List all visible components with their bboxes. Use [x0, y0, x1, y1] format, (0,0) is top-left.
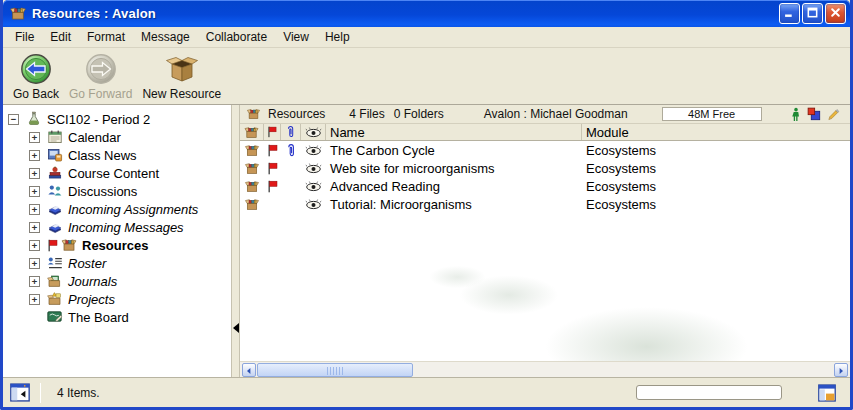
scroll-left-button[interactable]	[242, 363, 256, 377]
expand-toggle-icon[interactable]: +	[29, 204, 40, 215]
horizontal-scrollbar[interactable]	[240, 361, 850, 377]
row-name[interactable]: Advanced Reading	[326, 177, 582, 195]
tree-item-label: The Board	[68, 310, 129, 325]
column-resource-icon[interactable]	[240, 124, 264, 140]
row-attachment-cell	[281, 159, 301, 177]
tree-item-label: Incoming Assignments	[68, 202, 198, 217]
panel-toggle-icon[interactable]	[10, 383, 30, 402]
menu-item-message[interactable]: Message	[133, 28, 198, 46]
flag-icon	[267, 180, 278, 193]
table-row[interactable]: The Carbon CycleEcosystems	[240, 141, 850, 159]
collapse-toggle-icon[interactable]: −	[8, 114, 19, 125]
menu-item-file[interactable]: File	[7, 28, 42, 46]
tree-item-journals[interactable]: +Journals	[3, 272, 231, 290]
go-back-icon	[20, 53, 52, 85]
menu-item-view[interactable]: View	[275, 28, 317, 46]
pencil-icon[interactable]	[827, 108, 840, 121]
row-resource-cell	[240, 177, 264, 195]
row-visibility-cell[interactable]	[301, 141, 326, 159]
tree-item-course-content[interactable]: +Course Content	[3, 164, 231, 182]
minimize-button[interactable]	[779, 3, 800, 24]
resources-panel: Resources 4 Files 0 Folders Avalon : Mic…	[240, 105, 850, 377]
scroll-right-button[interactable]	[834, 363, 848, 377]
flag-icon	[267, 144, 278, 157]
tree-item-resources[interactable]: +Resources	[3, 236, 231, 254]
free-space-indicator: 48M Free	[662, 107, 762, 121]
tree-item-sci102-period-2[interactable]: −SCI102 - Period 2	[3, 110, 231, 128]
column-flag[interactable]	[264, 124, 281, 140]
eye-icon	[305, 181, 322, 192]
titlebar[interactable]: Resources : Avalon	[3, 0, 850, 27]
panel-splitter[interactable]	[231, 105, 240, 377]
course-content-icon	[47, 165, 63, 181]
menu-item-edit[interactable]: Edit	[42, 28, 79, 46]
table-row[interactable]: Advanced ReadingEcosystems	[240, 177, 850, 195]
row-name[interactable]: Tutorial: Microorganisms	[326, 195, 582, 213]
tree-item-incoming-assignments[interactable]: +Incoming Assignments	[3, 200, 231, 218]
resources-icon	[61, 237, 77, 253]
menu-item-help[interactable]: Help	[317, 28, 358, 46]
row-name[interactable]: Web site for microorganisms	[326, 159, 582, 177]
expand-toggle-icon[interactable]: +	[29, 168, 40, 179]
resource-box-icon	[246, 107, 261, 121]
go-back-label: Go Back	[13, 87, 59, 101]
tree-item-class-news[interactable]: +Class News	[3, 146, 231, 164]
scrollbar-thumb[interactable]	[257, 363, 413, 377]
journals-icon	[47, 273, 63, 289]
column-visibility[interactable]	[301, 124, 326, 140]
tree-item-projects[interactable]: +Projects	[3, 290, 231, 308]
row-flag-cell	[264, 177, 281, 195]
expand-toggle-icon[interactable]: +	[29, 276, 40, 287]
row-visibility-cell[interactable]	[301, 177, 326, 195]
layout-icon[interactable]	[818, 384, 836, 402]
row-name[interactable]: The Carbon Cycle	[326, 141, 582, 159]
row-flag-cell	[264, 195, 281, 213]
windows-icon[interactable]	[807, 107, 821, 121]
menu-item-collaborate[interactable]: Collaborate	[198, 28, 275, 46]
maximize-icon	[807, 6, 818, 21]
map-watermark	[380, 241, 810, 361]
tree-item-roster[interactable]: +Roster	[3, 254, 231, 272]
tree-item-the-board[interactable]: +The Board	[3, 308, 231, 326]
table-row[interactable]: Tutorial: MicroorganismsEcosystems	[240, 195, 850, 213]
news-icon	[47, 147, 63, 163]
new-resource-button[interactable]: New Resource	[137, 51, 226, 103]
column-module[interactable]: Module	[582, 124, 850, 140]
tree-item-calendar[interactable]: +Calendar	[3, 128, 231, 146]
go-forward-button[interactable]: Go Forward	[64, 51, 137, 103]
menu-item-format[interactable]: Format	[79, 28, 133, 46]
go-back-button[interactable]: Go Back	[8, 51, 64, 103]
flag-icon	[267, 162, 278, 175]
expand-toggle-icon[interactable]: +	[29, 132, 40, 143]
status-progress-field	[636, 385, 782, 400]
expand-toggle-icon[interactable]: +	[29, 258, 40, 269]
status-bar: 4 Items.	[3, 377, 850, 407]
row-visibility-cell[interactable]	[301, 159, 326, 177]
tree-item-label: Calendar	[68, 130, 121, 145]
expand-toggle-icon[interactable]: +	[29, 240, 40, 251]
minimize-icon	[784, 6, 795, 21]
collapse-splitter-arrow[interactable]	[233, 323, 239, 333]
toolbar: Go Back Go Forward New Resource	[3, 48, 850, 105]
eye-icon	[305, 127, 322, 138]
expand-toggle-icon[interactable]: +	[29, 294, 40, 305]
user-icon[interactable]	[791, 107, 801, 122]
flag-icon	[267, 126, 277, 138]
close-button[interactable]	[825, 3, 846, 24]
tree-item-incoming-messages[interactable]: +Incoming Messages	[3, 218, 231, 236]
table-row[interactable]: Web site for microorganismsEcosystems	[240, 159, 850, 177]
expand-toggle-icon[interactable]: +	[29, 150, 40, 161]
column-name[interactable]: Name	[326, 124, 582, 140]
row-module: Ecosystems	[582, 195, 850, 213]
tree-item-label: Projects	[68, 292, 115, 307]
row-flag-cell	[264, 141, 281, 159]
tree-item-label: Discussions	[68, 184, 137, 199]
tree-item-discussions[interactable]: +Discussions	[3, 182, 231, 200]
expand-toggle-icon[interactable]: +	[29, 222, 40, 233]
row-visibility-cell[interactable]	[301, 195, 326, 213]
maximize-button[interactable]	[802, 3, 823, 24]
tree-item-label: Class News	[68, 148, 137, 163]
row-attachment-cell	[281, 141, 301, 159]
expand-toggle-icon[interactable]: +	[29, 186, 40, 197]
column-attachment[interactable]	[281, 124, 301, 140]
